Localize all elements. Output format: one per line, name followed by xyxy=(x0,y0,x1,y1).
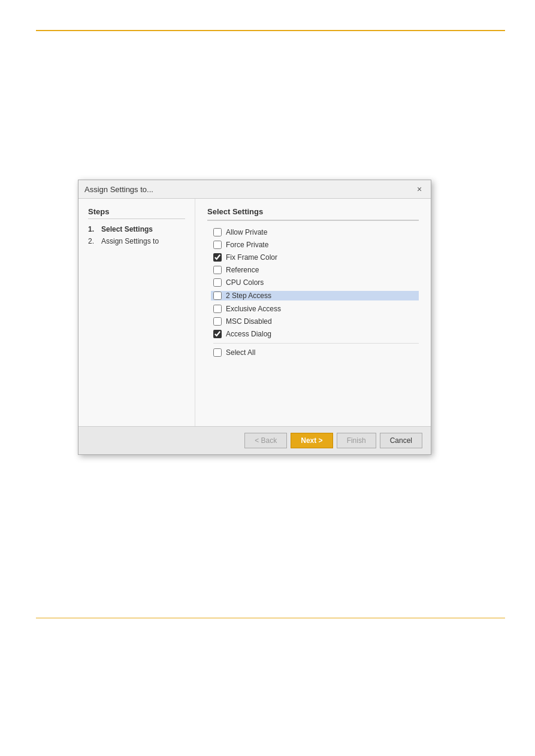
step-1-num: 1. xyxy=(88,225,98,233)
checkbox-exclusive-access-label: Exclusive Access xyxy=(226,305,281,313)
settings-panel: Select Settings Allow Private Force Priv… xyxy=(195,199,431,426)
step-1: 1. Select Settings xyxy=(88,225,185,233)
next-button[interactable]: Next > xyxy=(291,433,333,448)
checkbox-fix-frame-color-input[interactable] xyxy=(213,253,222,262)
checkbox-select-all-label: Select All xyxy=(226,348,255,357)
dialog-footer: < Back Next > Finish Cancel xyxy=(78,426,431,454)
checkbox-2-step-access[interactable]: 2 Step Access xyxy=(211,291,419,300)
checkbox-cpu-colors[interactable]: CPU Colors xyxy=(213,278,419,287)
checkbox-cpu-colors-input[interactable] xyxy=(213,278,222,287)
steps-panel: Steps 1. Select Settings 2. Assign Setti… xyxy=(78,199,195,426)
step-1-label: Select Settings xyxy=(101,225,153,233)
checkbox-2-step-access-input[interactable] xyxy=(213,292,222,300)
cancel-button[interactable]: Cancel xyxy=(380,433,422,448)
divider xyxy=(213,343,419,344)
step-2-num: 2. xyxy=(88,237,98,245)
checkbox-force-private[interactable]: Force Private xyxy=(213,241,419,249)
checkbox-reference[interactable]: Reference xyxy=(213,266,419,274)
checkbox-access-dialog[interactable]: Access Dialog xyxy=(213,330,419,338)
checkbox-reference-input[interactable] xyxy=(213,266,222,274)
finish-button[interactable]: Finish xyxy=(337,433,376,448)
step-2: 2. Assign Settings to xyxy=(88,237,185,245)
dialog-body: Steps 1. Select Settings 2. Assign Setti… xyxy=(78,199,431,426)
checkbox-allow-private-label: Allow Private xyxy=(226,228,267,236)
checkbox-force-private-input[interactable] xyxy=(213,241,222,249)
assign-settings-dialog: Assign Settings to... × Steps 1. Select … xyxy=(78,180,431,455)
bottom-decorative-line xyxy=(36,618,505,618)
settings-heading: Select Settings xyxy=(207,207,419,221)
checkbox-exclusive-access[interactable]: Exclusive Access xyxy=(213,305,419,313)
checkbox-cpu-colors-label: CPU Colors xyxy=(226,278,264,287)
checkbox-allow-private[interactable]: Allow Private xyxy=(213,228,419,236)
checkbox-msc-disabled[interactable]: MSC Disabled xyxy=(213,317,419,326)
top-decorative-line xyxy=(36,30,505,31)
step-2-label: Assign Settings to xyxy=(101,237,159,245)
checkbox-select-all-input[interactable] xyxy=(213,348,222,357)
back-button[interactable]: < Back xyxy=(244,433,287,448)
steps-heading: Steps xyxy=(88,207,185,219)
checkbox-fix-frame-color[interactable]: Fix Frame Color xyxy=(213,253,419,262)
checkbox-access-dialog-input[interactable] xyxy=(213,330,222,338)
checkbox-msc-disabled-input[interactable] xyxy=(213,317,222,326)
checkbox-select-all[interactable]: Select All xyxy=(207,348,419,357)
checkbox-exclusive-access-input[interactable] xyxy=(213,305,222,313)
checkbox-fix-frame-color-label: Fix Frame Color xyxy=(226,253,277,262)
checkbox-reference-label: Reference xyxy=(226,266,259,274)
dialog-title: Assign Settings to... xyxy=(84,185,153,194)
checkbox-access-dialog-label: Access Dialog xyxy=(226,330,271,338)
checkbox-force-private-label: Force Private xyxy=(226,241,268,249)
close-button[interactable]: × xyxy=(414,184,425,195)
checkbox-msc-disabled-label: MSC Disabled xyxy=(226,317,272,326)
dialog-titlebar: Assign Settings to... × xyxy=(78,180,431,199)
checkbox-2-step-access-label: 2 Step Access xyxy=(226,292,271,300)
checkbox-list: Allow Private Force Private Fix Frame Co… xyxy=(207,228,419,338)
checkbox-allow-private-input[interactable] xyxy=(213,228,222,236)
